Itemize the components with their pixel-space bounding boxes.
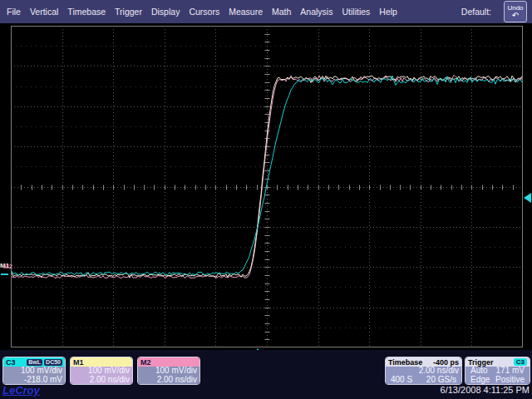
c3-bwl-badge: BwL bbox=[27, 359, 42, 366]
undo-icon: ↶ bbox=[512, 12, 519, 19]
menu-vertical[interactable]: Vertical bbox=[30, 7, 58, 17]
trace-m1-descriptor[interactable]: M1 100 mV/div 2.00 ns/div bbox=[70, 357, 133, 385]
menu-help[interactable]: Help bbox=[379, 7, 397, 17]
timebase-descriptor[interactable]: Timebase -400 ps 2.00 ns/div 400 S 20 GS… bbox=[385, 357, 462, 385]
m1-title: M1 bbox=[73, 358, 84, 367]
trigger-type: Edge bbox=[470, 376, 490, 385]
m2-tdiv: 2.00 ns/div bbox=[140, 376, 197, 385]
m2-trace-label: M2 bbox=[3, 264, 12, 270]
menu-display[interactable]: Display bbox=[151, 7, 180, 17]
trigger-slope: Positive bbox=[495, 376, 525, 385]
trigger-level: 171 mV bbox=[496, 367, 525, 376]
waveform-display bbox=[11, 26, 523, 347]
c3-dc50-badge: DC50 bbox=[44, 359, 62, 366]
trigger-level-marker[interactable] bbox=[524, 193, 531, 203]
menu-analysis[interactable]: Analysis bbox=[300, 7, 332, 17]
menu-measure[interactable]: Measure bbox=[229, 7, 263, 17]
timebase-samples: 400 S bbox=[391, 376, 412, 385]
oscilloscope-screen: File Vertical Timebase Trigger Display C… bbox=[0, 0, 532, 399]
timebase-sample-rate: 20 GS/s bbox=[426, 376, 456, 385]
lecroy-logo: LeCroy bbox=[2, 384, 40, 397]
menu-math[interactable]: Math bbox=[272, 7, 291, 17]
menu-cursors[interactable]: Cursors bbox=[189, 7, 219, 17]
c3-position-indicator[interactable] bbox=[1, 273, 8, 275]
timebase-tdiv: 2.00 ns/div bbox=[388, 367, 459, 376]
m1-tdiv: 2.00 ns/div bbox=[73, 376, 130, 385]
menu-trigger[interactable]: Trigger bbox=[115, 7, 142, 17]
trigger-source-badge: C3 bbox=[514, 358, 527, 366]
m1-vdiv: 100 mV/div bbox=[73, 367, 130, 376]
menu-utilities[interactable]: Utilities bbox=[342, 7, 370, 17]
menu-timebase[interactable]: Timebase bbox=[67, 7, 106, 17]
channel-c3-descriptor[interactable]: C3 BwL DC50 100 mV/div -218.0 mV bbox=[2, 357, 66, 385]
m2-title: M2 bbox=[140, 358, 151, 367]
c3-offset: -218.0 mV bbox=[6, 376, 62, 385]
default-label: Default: bbox=[461, 7, 495, 17]
trigger-title: Trigger bbox=[468, 358, 494, 367]
timebase-title: Timebase bbox=[388, 358, 422, 367]
trigger-mode: Auto bbox=[470, 367, 488, 376]
timebase-delay: -400 ps bbox=[433, 358, 459, 367]
c3-vdiv: 100 mV/div bbox=[6, 367, 62, 376]
m2-vdiv: 100 mV/div bbox=[140, 367, 197, 376]
undo-button[interactable]: Undo ↶ bbox=[504, 1, 527, 22]
menu-file[interactable]: File bbox=[7, 7, 21, 17]
datetime-display: 6/13/2008 4:11:25 PM bbox=[441, 385, 530, 395]
trace-m2-descriptor[interactable]: M2 100 mV/div 2.00 ns/div bbox=[137, 357, 200, 385]
trigger-descriptor[interactable]: Trigger C3 Auto 171 mV Edge Positive bbox=[465, 357, 530, 385]
c3-title: C3 bbox=[6, 358, 16, 367]
menu-bar: File Vertical Timebase Trigger Display C… bbox=[0, 0, 532, 23]
